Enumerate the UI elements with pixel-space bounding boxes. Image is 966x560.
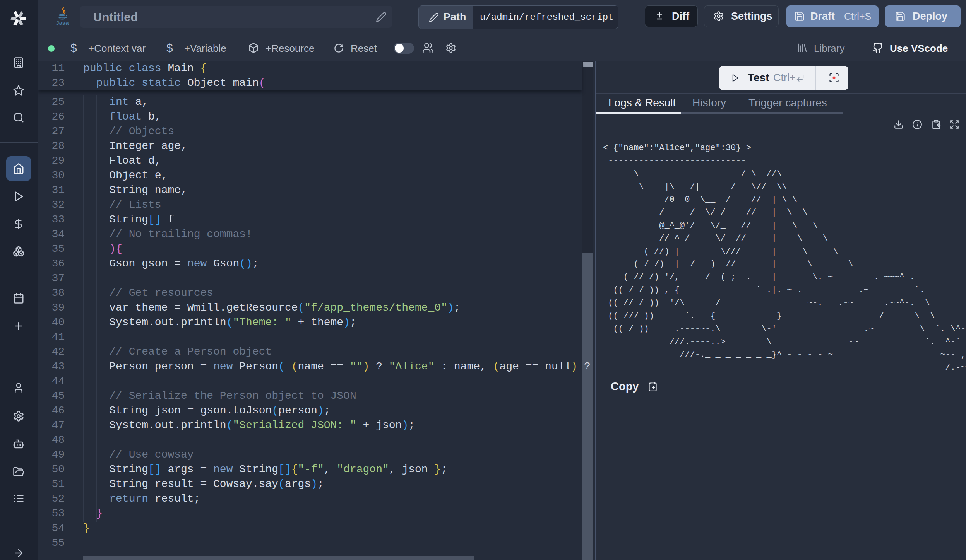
svg-text:Java: Java xyxy=(56,19,69,26)
